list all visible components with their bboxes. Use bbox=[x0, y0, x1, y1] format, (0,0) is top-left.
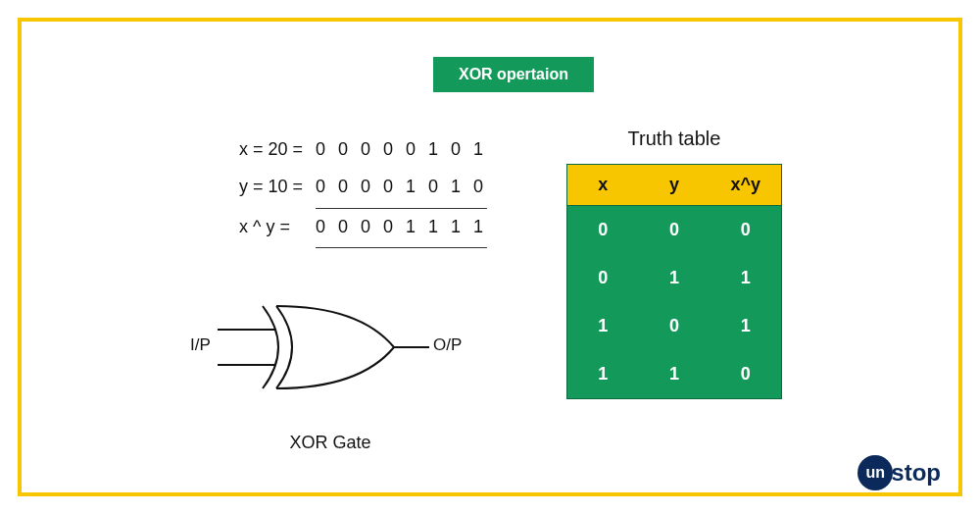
gate-input-label: I/P bbox=[190, 335, 211, 355]
equation-x: x = 20 = 0 0 0 0 0 1 0 1 bbox=[239, 131, 494, 169]
logo-bubble: un bbox=[858, 455, 893, 490]
th-x: x bbox=[567, 165, 639, 205]
logo-text: stop bbox=[891, 459, 941, 487]
equation-result: x ^ y = 0 0 0 0 1 1 1 1 bbox=[239, 209, 494, 249]
th-xy: x^y bbox=[710, 165, 781, 205]
th-y: y bbox=[639, 165, 710, 205]
cell: 1 bbox=[639, 350, 710, 398]
truth-table-header: x y x^y bbox=[567, 165, 781, 206]
eq-res-label: x ^ y = bbox=[239, 209, 310, 249]
eq-res-bits: 0 0 0 0 1 1 1 1 bbox=[316, 209, 487, 249]
truth-table-title: Truth table bbox=[566, 128, 782, 150]
gate-output-label: O/P bbox=[433, 335, 462, 355]
xor-gate-diagram: I/P O/P XOR Gate bbox=[188, 288, 472, 436]
gate-caption: XOR Gate bbox=[188, 433, 472, 453]
equation-y: y = 10 = 0 0 0 0 1 0 1 0 bbox=[239, 169, 494, 209]
cell: 1 bbox=[710, 302, 781, 350]
table-row: 0 1 1 bbox=[567, 254, 781, 302]
table-row: 1 1 0 bbox=[567, 350, 781, 398]
table-row: 1 0 1 bbox=[567, 302, 781, 350]
cell: 1 bbox=[567, 350, 639, 398]
cell: 1 bbox=[567, 302, 639, 350]
title-text: XOR opertaion bbox=[459, 66, 568, 83]
truth-table: x y x^y 0 0 0 0 1 1 1 0 1 1 1 0 bbox=[566, 164, 782, 399]
cell: 0 bbox=[639, 206, 710, 254]
eq-y-bits: 0 0 0 0 1 0 1 0 bbox=[316, 169, 487, 209]
table-row: 0 0 0 bbox=[567, 206, 781, 254]
truth-table-area: Truth table x y x^y 0 0 0 0 1 1 1 0 1 bbox=[566, 128, 782, 399]
cell: 1 bbox=[639, 254, 710, 302]
brand-logo: un stop bbox=[858, 455, 941, 490]
eq-y-label: y = 10 = bbox=[239, 169, 310, 209]
cell: 0 bbox=[710, 206, 781, 254]
eq-x-label: x = 20 = bbox=[239, 131, 310, 169]
equations-block: x = 20 = 0 0 0 0 0 1 0 1 y = 10 = 0 0 0 … bbox=[239, 131, 494, 248]
cell: 0 bbox=[710, 350, 781, 398]
xor-gate-icon bbox=[188, 288, 472, 406]
eq-x-bits: 0 0 0 0 0 1 0 1 bbox=[316, 131, 487, 169]
cell: 0 bbox=[639, 302, 710, 350]
diagram-frame: XOR opertaion x = 20 = 0 0 0 0 0 1 0 1 y… bbox=[18, 18, 962, 496]
cell: 0 bbox=[567, 206, 639, 254]
cell: 1 bbox=[710, 254, 781, 302]
cell: 0 bbox=[567, 254, 639, 302]
title-badge: XOR opertaion bbox=[433, 57, 594, 92]
